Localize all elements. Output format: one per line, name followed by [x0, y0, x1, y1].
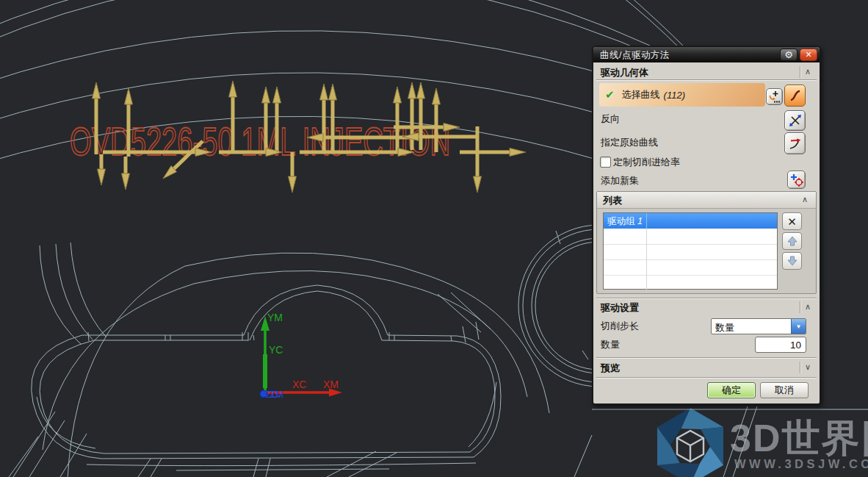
section-separator — [800, 66, 801, 78]
reverse-label: 反向 — [601, 112, 620, 126]
original-curve-icon — [788, 136, 803, 151]
delete-icon: ✕ — [787, 216, 797, 227]
collapse-drive-settings-button[interactable]: ∧ — [803, 302, 813, 312]
axis-label-zm: ZM — [270, 389, 283, 400]
add-set-icon — [789, 173, 804, 187]
cad-application-window: 3D世界网 WWW.3DSJW.COM — [0, 0, 868, 477]
add-new-set-label: 添加新集 — [601, 174, 639, 187]
add-new-set-button[interactable] — [787, 171, 806, 189]
cancel-button[interactable]: 取消 — [760, 382, 809, 398]
list-section-title: 列表 — [603, 194, 622, 207]
chevron-up-icon: ∧ — [805, 302, 811, 311]
gear-icon: ⚙ — [784, 50, 793, 60]
list-item-drive-group[interactable]: 驱动组 1 — [604, 213, 777, 229]
axis-label-xc: XC — [292, 379, 306, 390]
step-type-value: 数量 — [715, 321, 734, 334]
dialog-titlebar[interactable]: 曲线/点驱动方法 ⚙ ✕ — [593, 47, 820, 62]
watermark-url: WWW.3DSJW.COM — [734, 457, 868, 470]
move-down-button[interactable] — [782, 252, 802, 270]
3dsjw-logo-icon — [657, 408, 723, 477]
select-curve-row[interactable]: ✔ 选择曲线 (112) — [599, 83, 765, 107]
step-type-label: 切削步长 — [601, 320, 639, 333]
dialog-settings-button[interactable]: ⚙ — [780, 49, 798, 61]
dropdown-button[interactable]: ▼ — [791, 319, 806, 334]
list-group-header[interactable]: 列表 ∧ — [597, 192, 816, 209]
arrow-up-icon — [786, 234, 799, 248]
watermark-title: 3D世界网 — [730, 417, 868, 459]
chevron-up-icon: ∧ — [805, 67, 811, 76]
dialog-close-button[interactable]: ✕ — [800, 49, 817, 61]
close-icon: ✕ — [805, 51, 811, 59]
plus-list-icon — [767, 90, 781, 104]
collapse-drive-geometry-button[interactable]: ∧ — [803, 67, 813, 76]
collapse-list-button[interactable]: ∧ — [800, 195, 810, 204]
step-type-dropdown[interactable]: 数量 ▼ — [711, 318, 806, 334]
section-drive-settings: 驱动设置 — [601, 301, 639, 315]
axis-label-ym: YM — [267, 312, 283, 323]
custom-feedrate-label: 定制切削进给率 — [613, 156, 680, 169]
drive-group-list[interactable]: 驱动组 1 — [603, 212, 778, 290]
divider — [596, 298, 817, 299]
select-curve-count: (112) — [664, 90, 685, 101]
section-separator — [800, 301, 801, 313]
axis-label-yc: YC — [269, 344, 283, 356]
list-item-empty[interactable] — [604, 275, 777, 290]
section-preview: 预览 — [601, 362, 620, 375]
drive-group-index: 1 — [637, 216, 643, 226]
reverse-direction-button[interactable] — [784, 110, 806, 131]
remove-item-button[interactable]: ✕ — [782, 212, 802, 230]
list-item-empty[interactable] — [604, 229, 777, 245]
check-icon: ✔ — [605, 88, 615, 101]
specify-original-curve-label: 指定原始曲线 — [601, 136, 658, 149]
chevron-down-icon: ▼ — [796, 323, 802, 330]
drive-group-name: 驱动组 — [607, 216, 635, 226]
count-label: 数量 — [601, 338, 620, 351]
column-divider — [646, 213, 647, 229]
watermark: 3D世界网 WWW.3DSJW.COM — [657, 408, 868, 477]
list-item-empty[interactable] — [604, 259, 777, 276]
expand-preview-button[interactable]: ∨ — [803, 362, 813, 372]
chevron-up-icon: ∧ — [802, 195, 808, 204]
divider — [596, 79, 817, 81]
ok-button[interactable]: 确定 — [707, 382, 756, 398]
section-drive-geometry: 驱动几何体 — [601, 66, 648, 79]
divider — [596, 357, 817, 359]
list-item-empty[interactable] — [604, 244, 777, 260]
arrow-down-icon — [786, 254, 799, 268]
specify-original-curve-button[interactable] — [784, 132, 806, 154]
list-group: 列表 ∧ 驱动组 1 ✕ — [596, 191, 817, 294]
count-input[interactable] — [755, 337, 806, 353]
spline-curve-icon — [788, 88, 803, 103]
curve-list-button[interactable] — [766, 88, 783, 105]
wcs-triad[interactable]: YM YC XC XM ZC ZM — [260, 312, 342, 400]
move-up-button[interactable] — [782, 232, 802, 250]
axis-label-xm: XM — [323, 379, 339, 390]
dialog-title: 曲线/点驱动方法 — [600, 49, 670, 62]
chevron-down-icon: ∨ — [805, 362, 811, 371]
reverse-direction-icon — [788, 113, 803, 128]
curve-point-drive-dialog: 曲线/点驱动方法 ⚙ ✕ 驱动几何体 ∧ ✔ 选择曲线 (112) — [592, 46, 821, 405]
divider — [596, 377, 817, 379]
curve-drive-mode-button[interactable] — [784, 85, 806, 107]
select-curve-label: 选择曲线 — [622, 88, 660, 101]
section-separator — [800, 362, 801, 373]
custom-feedrate-checkbox[interactable] — [600, 157, 611, 168]
